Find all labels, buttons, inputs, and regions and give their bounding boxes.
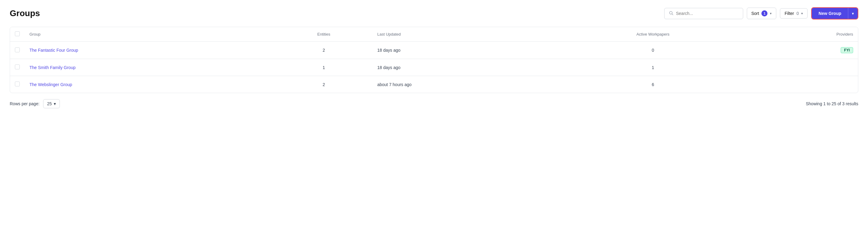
filter-badge: 0: [797, 11, 799, 16]
sort-chevron-icon: ▾: [770, 11, 772, 16]
group-name-cell[interactable]: The Webslinger Group: [25, 76, 275, 93]
row-checkbox[interactable]: [15, 64, 20, 70]
table-header-row: Group Entities Last Updated Active Workp…: [10, 27, 858, 42]
group-name-cell[interactable]: The Smith Family Group: [25, 59, 275, 76]
table-footer: Rows per page: 25 ▾ Showing 1 to 25 of 3…: [10, 93, 858, 114]
filter-chevron-icon: ▾: [801, 11, 803, 16]
filter-label: Filter: [784, 11, 794, 16]
new-group-dropdown-chevron-icon: ▾: [852, 11, 854, 16]
header-active-workpapers: Active Workpapers: [561, 27, 745, 42]
pagination-info: Showing 1 to 25 of 3 results: [806, 101, 858, 106]
filter-button[interactable]: Filter 0 ▾: [780, 8, 808, 19]
entities-cell: 2: [275, 76, 372, 93]
sort-label: Sort: [751, 11, 759, 16]
sort-badge: 1: [762, 10, 768, 17]
table-row: The Webslinger Group2about 7 hours ago6: [10, 76, 858, 93]
header-checkbox-col: [10, 27, 25, 42]
page-title: Groups: [10, 8, 40, 18]
new-group-wrapper: New Group ▾: [811, 7, 858, 20]
svg-line-1: [672, 14, 673, 15]
active-workpapers-cell: 0: [561, 42, 745, 59]
header-entities: Entities: [275, 27, 372, 42]
table-row: The Fantastic Four Group218 days ago0FYI: [10, 42, 858, 59]
rows-per-page-label: Rows per page:: [10, 101, 39, 106]
group-name-cell[interactable]: The Fantastic Four Group: [25, 42, 275, 59]
providers-cell: [745, 76, 858, 93]
rows-per-page-container: Rows per page: 25 ▾: [10, 99, 60, 108]
sort-button[interactable]: Sort 1 ▾: [747, 8, 777, 19]
rows-per-page-chevron-icon: ▾: [54, 101, 56, 106]
header-group: Group: [25, 27, 275, 42]
provider-badge[interactable]: FYI: [841, 47, 853, 53]
rows-per-page-select[interactable]: 25 ▾: [43, 99, 60, 108]
table-row: The Smith Family Group118 days ago1: [10, 59, 858, 76]
entities-cell: 2: [275, 42, 372, 59]
select-all-checkbox[interactable]: [15, 31, 20, 36]
last-updated-cell: 18 days ago: [372, 59, 561, 76]
header-providers: Providers: [745, 27, 858, 42]
rows-per-page-value: 25: [47, 101, 52, 106]
page-header: Groups Sort 1 ▾ Filter 0: [10, 7, 858, 20]
entities-cell: 1: [275, 59, 372, 76]
last-updated-cell: 18 days ago: [372, 42, 561, 59]
new-group-dropdown-button[interactable]: ▾: [848, 8, 858, 19]
active-workpapers-cell: 1: [561, 59, 745, 76]
header-actions: Sort 1 ▾ Filter 0 ▾ New Group ▾: [664, 7, 858, 20]
row-checkbox[interactable]: [15, 48, 20, 52]
groups-table: Group Entities Last Updated Active Workp…: [10, 27, 858, 93]
new-group-button[interactable]: New Group: [812, 8, 848, 19]
providers-cell: [745, 59, 858, 76]
header-last-updated: Last Updated: [372, 27, 561, 42]
search-input[interactable]: [676, 11, 739, 16]
row-checkbox[interactable]: [15, 82, 20, 86]
active-workpapers-cell: 6: [561, 76, 745, 93]
providers-cell: FYI: [745, 42, 858, 59]
last-updated-cell: about 7 hours ago: [372, 76, 561, 93]
search-bar[interactable]: [664, 8, 743, 19]
search-icon: [669, 11, 674, 17]
